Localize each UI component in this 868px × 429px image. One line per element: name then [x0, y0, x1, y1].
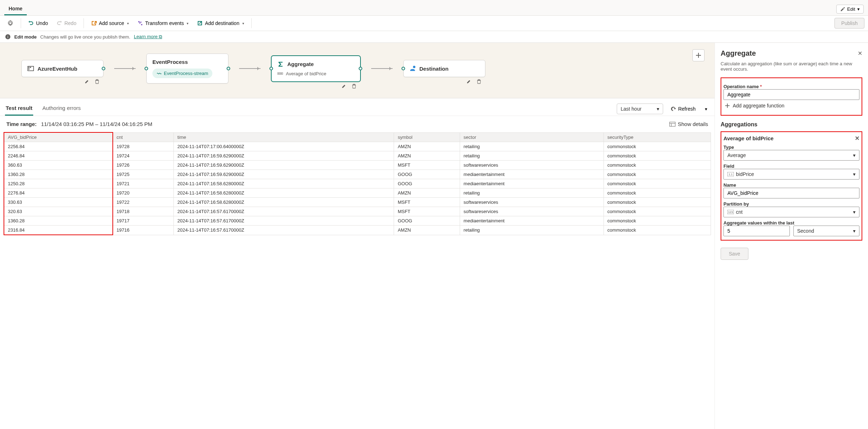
- field-select[interactable]: 1.1 bidPrice ▾: [723, 169, 859, 180]
- chevron-down-icon: ▾: [853, 152, 856, 158]
- table-cell: 1360.28: [4, 170, 113, 179]
- publish-button[interactable]: Publish: [834, 18, 864, 29]
- table-cell: commonstock: [604, 207, 711, 216]
- svg-point-1: [141, 24, 142, 25]
- close-icon[interactable]: ✕: [858, 50, 862, 57]
- type-select[interactable]: Average ▾: [723, 150, 859, 161]
- save-button[interactable]: Save: [721, 248, 748, 260]
- edit-dropdown[interactable]: Edit ▾: [836, 5, 864, 14]
- info-icon: i: [5, 34, 11, 40]
- operation-name-input[interactable]: [723, 89, 859, 100]
- table-cell: 320.63: [4, 207, 113, 216]
- table-header[interactable]: time: [173, 132, 394, 142]
- aggregations-title: Aggregations: [721, 121, 862, 128]
- table-cell: commonstock: [604, 188, 711, 198]
- add-source-button[interactable]: Add source ▾: [87, 18, 132, 28]
- table-header[interactable]: symbol: [394, 132, 460, 142]
- flow-arrow: [371, 68, 393, 69]
- pencil-icon[interactable]: [340, 82, 348, 90]
- table-cell: 2024-11-14T07:17:00.6400000Z: [173, 142, 394, 151]
- more-options[interactable]: ▾: [703, 104, 710, 114]
- table-header[interactable]: cnt: [113, 132, 174, 142]
- time-range-value: 11/14/24 03:16:25 PM – 11/14/24 04:16:25…: [41, 121, 152, 127]
- trash-icon[interactable]: [475, 77, 483, 85]
- tab-authoring-errors[interactable]: Authoring errors: [42, 102, 82, 116]
- table-cell: softwareservices: [460, 161, 604, 170]
- name-input[interactable]: [723, 188, 859, 198]
- table-cell: 2024-11-14T07:16:59.6290000Z: [173, 170, 394, 179]
- window-number-input[interactable]: [723, 226, 790, 236]
- table-header[interactable]: sector: [460, 132, 604, 142]
- chevron-down-icon: ▾: [705, 106, 707, 112]
- time-range-select[interactable]: Last hour ▾: [617, 104, 663, 114]
- gear-icon: [7, 20, 14, 26]
- redo-button[interactable]: Redo: [53, 18, 80, 28]
- edit-mode-message: Changes will go live once you publish th…: [40, 34, 130, 40]
- add-aggregate-function[interactable]: Add aggregate function: [723, 100, 859, 111]
- table-row[interactable]: 330.63197222024-11-14T07:16:58.6280000ZM…: [4, 198, 711, 207]
- table-row[interactable]: 2276.84197202024-11-14T07:16:58.6280000Z…: [4, 188, 711, 198]
- pencil-icon[interactable]: [465, 77, 473, 85]
- table-header[interactable]: AVG_bidPrice: [4, 132, 113, 142]
- table-cell: GOOG: [394, 170, 460, 179]
- node-aggregate[interactable]: Aggregate Average of bidPrice: [271, 56, 360, 82]
- results-table: AVG_bidPricecnttimesymbolsectorsecurityT…: [4, 132, 711, 235]
- partition-select[interactable]: 123 cnt ▾: [723, 207, 859, 217]
- table-header[interactable]: securityType: [604, 132, 711, 142]
- table-cell: 2024-11-14T07:16:58.6280000Z: [173, 179, 394, 188]
- chevron-down-icon: ▾: [187, 21, 188, 25]
- sigma-icon: [277, 61, 284, 67]
- svg-rect-6: [30, 67, 31, 68]
- show-details-button[interactable]: Show details: [669, 121, 708, 127]
- table-row[interactable]: 1360.28197172024-11-14T07:16:57.6170000Z…: [4, 216, 711, 226]
- trash-icon[interactable]: [350, 82, 358, 90]
- node-process[interactable]: EventProcess EventProcess-stream: [146, 54, 228, 84]
- svg-text:123: 123: [728, 211, 733, 214]
- table-row[interactable]: 2316.84197162024-11-14T07:16:57.6170000Z…: [4, 226, 711, 235]
- table-cell: MSFT: [394, 207, 460, 216]
- table-cell: 2024-11-14T07:16:58.6280000Z: [173, 188, 394, 198]
- table-cell: 19726: [113, 161, 174, 170]
- add-destination-button[interactable]: Add destination ▾: [193, 18, 248, 28]
- trash-icon[interactable]: [93, 77, 101, 85]
- table-cell: MSFT: [394, 198, 460, 207]
- add-node-button[interactable]: [692, 49, 705, 61]
- table-row[interactable]: 320.63197182024-11-14T07:16:57.6170000ZM…: [4, 207, 711, 216]
- column-icon: [277, 72, 283, 75]
- window-unit-select[interactable]: Second ▾: [793, 226, 860, 236]
- refresh-button[interactable]: Refresh: [667, 104, 699, 114]
- table-row[interactable]: 1360.28197252024-11-14T07:16:59.6290000Z…: [4, 170, 711, 179]
- table-cell: 2024-11-14T07:16:57.6170000Z: [173, 207, 394, 216]
- arrow-out-icon: [197, 20, 203, 26]
- redo-icon: [56, 20, 62, 26]
- pencil-icon[interactable]: [83, 77, 91, 85]
- chevron-down-icon: ▾: [242, 21, 244, 25]
- settings-button[interactable]: [4, 18, 17, 29]
- svg-point-12: [413, 66, 415, 68]
- table-cell: 360.63: [4, 161, 113, 170]
- table-cell: GOOG: [394, 179, 460, 188]
- plus-icon: [696, 52, 701, 58]
- table-row[interactable]: 2256.84197282024-11-14T07:17:00.6400000Z…: [4, 142, 711, 151]
- transform-events-button[interactable]: Transform events ▾: [134, 18, 192, 28]
- undo-icon: [28, 20, 34, 26]
- table-row[interactable]: 2246.84197242024-11-14T07:16:59.6290000Z…: [4, 151, 711, 161]
- chevron-down-icon: ▾: [657, 106, 659, 112]
- tab-home[interactable]: Home: [4, 3, 27, 15]
- table-row[interactable]: 360.63197262024-11-14T07:16:59.6290000ZM…: [4, 161, 711, 170]
- pencil-icon: [840, 7, 845, 12]
- table-cell: 2024-11-14T07:16:57.6170000Z: [173, 216, 394, 226]
- table-cell: 19716: [113, 226, 174, 235]
- table-cell: 2024-11-14T07:16:57.6170000Z: [173, 226, 394, 235]
- learn-more-link[interactable]: Learn more ⧉: [134, 34, 162, 40]
- table-cell: retailing: [460, 188, 604, 198]
- node-destination[interactable]: Destination: [403, 60, 485, 77]
- svg-rect-7: [29, 69, 30, 70]
- node-source[interactable]: AzureEventHub: [21, 60, 104, 77]
- close-icon[interactable]: ✕: [855, 135, 859, 142]
- undo-button[interactable]: Undo: [25, 18, 51, 28]
- chevron-down-icon: ▾: [853, 209, 856, 215]
- table-row[interactable]: 1250.28197212024-11-14T07:16:58.6280000Z…: [4, 179, 711, 188]
- tab-test-result[interactable]: Test result: [5, 102, 33, 116]
- panel-title: Aggregate: [721, 49, 756, 57]
